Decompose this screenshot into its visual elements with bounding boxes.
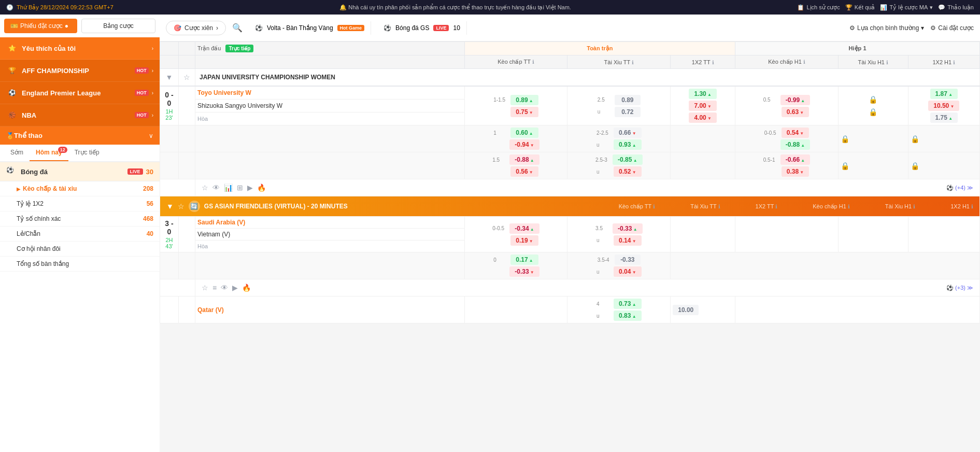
info-virtual-h1tx[interactable]: ℹ [913, 204, 915, 209]
submenu-tong-so[interactable]: Tổng số bàn thắng [0, 257, 160, 272]
virtual-home-keo-2nd[interactable]: 0.17 [510, 255, 538, 265]
cai-dat-button[interactable]: ⚙ Cài đặt cược [930, 24, 974, 32]
grid-match-btn[interactable]: ⊞ [237, 183, 243, 192]
sidebar-item-nba[interactable]: 🏀 NBA HOT › [0, 104, 160, 126]
sidebar-item-the-thao[interactable]: 🏅 Thể thao ∨ [0, 126, 160, 145]
sidebar-item-aff[interactable]: 🏆 AFF CHAMPIONSHIP HOT › [0, 60, 160, 82]
home-h1-2nd-btn[interactable]: 0.54 [782, 128, 809, 138]
info-virtual-ktt[interactable]: ℹ [653, 204, 655, 209]
collapse-virtual-btn[interactable]: ▼ [166, 202, 174, 210]
favorite-japan-button[interactable]: ☆ [183, 73, 190, 81]
away-h1-3rd-btn[interactable]: 0.38 [782, 166, 809, 177]
fire-match-btn[interactable]: 🔥 [257, 183, 266, 192]
home-x12-btn[interactable]: 1.30 [689, 89, 717, 99]
tab-truc-tiep[interactable]: Trực tiếp [68, 145, 106, 161]
favorite-match-btn[interactable]: ☆ [202, 183, 208, 192]
virtual-action-icons: ☆ ≡ 👁 ▶ 🔥 [202, 284, 251, 292]
virtual-under-btn[interactable]: 0.14 [614, 235, 642, 246]
away-keo-btn[interactable]: 0.75 [510, 107, 538, 117]
submenu-ty-le-1x2[interactable]: Tỷ lệ 1X2 56 [0, 196, 160, 211]
over-tx-3rd-btn[interactable]: -0.85 [613, 154, 643, 165]
qatar-home-name[interactable]: Qatar (V) [197, 306, 224, 314]
virtual-over-btn[interactable]: -0.33 [613, 223, 643, 234]
qatar-over-btn[interactable]: 0.73 [614, 299, 642, 309]
bong-da-gs-tag[interactable]: ⚽ Bóng đá GS LIVE 10 [377, 21, 467, 35]
away-keo-3rd-btn[interactable]: 0.56 [510, 166, 538, 177]
virtual-col-x12: 1X2 TT ℹ [756, 203, 778, 209]
results-link[interactable]: 🏆 Kết quả [845, 4, 875, 11]
sidebar-item-epl[interactable]: ⚽ England Premier League HOT › [0, 82, 160, 104]
under-tx-3rd-btn[interactable]: 0.52 [614, 166, 642, 177]
virtual-match-row-1: 3 - 0 2H 43' Saudi Arabia (V) [160, 217, 980, 229]
history-link[interactable]: 📋 Lịch sử cược [797, 4, 840, 11]
submenu-ty-so-chinh-xac[interactable]: Tỷ số chính xác 468 [0, 211, 160, 227]
cuoc-xien-button[interactable]: 🎯 Cược xiên › [166, 21, 226, 35]
list-virtual-btn[interactable]: ≡ [212, 284, 217, 292]
team-home-name[interactable]: Toyo University W [197, 89, 251, 96]
virtual-over-2nd[interactable]: -0.33 [615, 255, 641, 265]
info-virtual-x12[interactable]: ℹ [775, 204, 777, 209]
under-tx-btn[interactable]: 0.72 [615, 107, 641, 117]
draw-x12-btn[interactable]: 4.00 [689, 112, 717, 123]
home-h1-x12-btn[interactable]: 1.87 [930, 89, 958, 99]
volta-tag[interactable]: ⚽ Volta - Bàn Thắng Vàng Hot Game [249, 21, 371, 35]
home-keo-2nd-btn[interactable]: 0.60 [510, 128, 538, 138]
sidebar-item-yeu-thich[interactable]: ⭐ Yêu thích của tôi › [0, 37, 160, 60]
info-virtual-tx[interactable]: ℹ [718, 204, 720, 209]
discuss-link[interactable]: 💬 Thảo luận [938, 4, 974, 11]
virtual-away-keo-2nd[interactable]: -0.33 [509, 266, 539, 277]
home-keo-3rd-btn[interactable]: -0.88 [509, 154, 539, 165]
submenu-co-hoi[interactable]: Cơ hội nhân đôi [0, 242, 160, 257]
virtual-home-keo-btn[interactable]: -0.34 [509, 223, 539, 234]
away-h1-2nd-btn[interactable]: -0.88 [780, 139, 811, 150]
play-match-btn[interactable]: ▶ [247, 183, 253, 192]
home-h1-keo-btn[interactable]: -0.99 [780, 95, 811, 105]
odds-link[interactable]: 📊 Tỷ lệ cược MA ▾ [880, 4, 933, 11]
tab-hom-nay[interactable]: Hôm nay 12 [30, 145, 68, 161]
search-button[interactable]: 🔍 [232, 23, 243, 33]
binh-thuong-select[interactable]: ⚙ Lựa chọn bình thường ▾ [849, 24, 924, 32]
away-x12-btn[interactable]: 7.00 [689, 101, 717, 111]
datetime-text: Thứ Bảy 28/12/2024 09:22:53 GMT+7 [17, 4, 113, 11]
bong-da-row[interactable]: ⚽ Bóng đá LIVE 30 [0, 162, 160, 181]
virtual-under-2nd[interactable]: 0.04 [614, 266, 642, 277]
info-icon-x12h1[interactable]: ℹ [953, 60, 955, 65]
play-virtual-btn[interactable]: ▶ [232, 284, 238, 292]
chart-match-btn[interactable]: 📊 [224, 183, 233, 192]
info-icon-txtt[interactable]: ℹ [632, 60, 634, 65]
over-tx-btn[interactable]: 0.89 [615, 95, 641, 105]
fire-virtual-btn[interactable]: 🔥 [242, 284, 251, 292]
bet-table-button[interactable]: Bảng cược [81, 19, 155, 33]
info-icon-x12tt[interactable]: ℹ [712, 60, 714, 65]
virtual-away-keo-btn[interactable]: 0.19 [510, 235, 538, 246]
submenu-keo-chap[interactable]: ▶ Kèo chấp & tài xiu 208 [0, 181, 160, 196]
info-icon-kh1[interactable]: ℹ [803, 59, 805, 65]
under-tx-2nd-btn[interactable]: 0.93 [614, 139, 642, 150]
virtual-col-h1keo: Kèo chấp H1 ℹ [813, 203, 850, 210]
info-virtual-h1x12[interactable]: ℹ [971, 204, 973, 209]
qatar-under-btn[interactable]: 0.83 [614, 310, 642, 321]
home-h1-3rd-btn[interactable]: -0.66 [780, 154, 811, 165]
eye-virtual-btn[interactable]: 👁 [221, 284, 228, 292]
favorite-virtual-btn[interactable]: ☆ [178, 202, 184, 210]
info-icon-ktt[interactable]: ℹ [532, 59, 534, 65]
tab-som[interactable]: Sớm [4, 145, 30, 161]
draw-h1-x12-btn[interactable]: 1.75 [930, 112, 958, 123]
more-options-btn[interactable]: ⚽ (+4) ≫ [946, 185, 973, 191]
info-icon-txh1[interactable]: ℹ [886, 60, 888, 65]
virtual-home-name[interactable]: Saudi Arabia (V) [197, 219, 245, 226]
place-bet-button[interactable]: 🎫 Phiếu đặt cược ● [4, 19, 77, 33]
over-tx-2nd-btn[interactable]: 0.66 [614, 128, 642, 138]
home-keo-btn[interactable]: 0.89 [510, 95, 538, 105]
submenu-le-chan[interactable]: Lẻ/Chẵn 40 [0, 227, 160, 242]
info-virtual-h1k[interactable]: ℹ [848, 204, 850, 209]
away-h1-keo-btn[interactable]: 0.63 [782, 107, 809, 117]
away-h1-x12-btn[interactable]: 10.50 [928, 101, 959, 111]
fav-virtual-match-btn[interactable]: ☆ [202, 284, 208, 292]
eye-match-btn[interactable]: 👁 [212, 183, 220, 192]
qatar-x12-btn[interactable]: 10.00 [673, 305, 699, 315]
away-keo-2nd-btn[interactable]: -0.94 [509, 139, 539, 150]
collapse-japan-button[interactable]: ▼ [166, 73, 173, 81]
virtual-more-btn[interactable]: ⚽ (+3) ≫ [946, 285, 973, 291]
hcp-val: 1-1.5 [493, 97, 509, 103]
